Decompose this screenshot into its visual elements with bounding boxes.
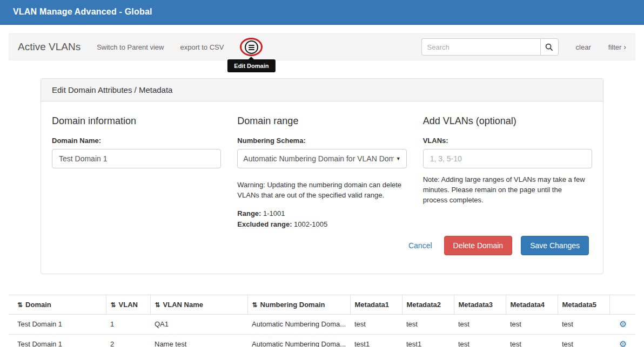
column-header-label: Domain — [25, 301, 51, 309]
numbering-schema-select[interactable]: Automatic Numbering Domain for VLAN Doma… — [237, 149, 406, 168]
cell-vlan: 1 — [106, 314, 150, 334]
export-to-csv-link[interactable]: export to CSV — [180, 43, 224, 51]
search-button[interactable] — [540, 38, 559, 56]
excluded-range-value: 1002-1005 — [294, 220, 327, 228]
numbering-schema-label: Numbering Schema: — [237, 137, 406, 145]
cell-metadata4: test — [506, 334, 558, 347]
cell-domain: Test Domain 1 — [9, 334, 106, 347]
column-header-label: Metadata1 — [355, 301, 390, 309]
row-settings-gear-icon[interactable]: ⚙ — [619, 340, 627, 347]
column-header-domain[interactable]: ⇅Domain — [9, 295, 106, 314]
cell-metadata4: test — [506, 314, 558, 334]
column-header-metadata5: Metadata5 — [558, 295, 609, 314]
vlans-note-text: Note: Adding large ranges of VLANs may t… — [423, 175, 585, 206]
filter-link-label: filter — [608, 43, 622, 51]
cell-metadata5: test — [558, 314, 609, 334]
search-input[interactable] — [421, 38, 540, 56]
cell-vlan: 2 — [106, 334, 150, 347]
vlan-table-wrap: ⇅Domain ⇅VLAN ⇅VLAN Name ⇅Numbering Doma… — [9, 295, 635, 347]
table-header-row: ⇅Domain ⇅VLAN ⇅VLAN Name ⇅Numbering Doma… — [9, 295, 635, 314]
column-header-label: VLAN — [119, 301, 138, 309]
column-header-metadata1: Metadata1 — [350, 295, 402, 314]
domain-information-heading: Domain information — [52, 115, 221, 127]
page-title: Active VLANs — [18, 41, 81, 53]
cell-domain: Test Domain 1 — [9, 314, 106, 334]
cell-numbering-domain: Automatic Numbering Doma... — [247, 314, 350, 334]
clear-link[interactable]: clear — [576, 43, 591, 51]
app-title: VLAN Manage Advanced - Global — [13, 7, 152, 17]
range-value: 1-1001 — [263, 209, 285, 217]
column-header-metadata4: Metadata4 — [506, 295, 558, 314]
column-header-metadata2: Metadata2 — [402, 295, 454, 314]
domain-range-section: Domain range Numbering Schema: Automatic… — [237, 115, 406, 228]
filter-link[interactable]: filter › — [608, 43, 626, 51]
hamburger-bar — [249, 45, 254, 46]
add-vlans-section: Add VLANs (optional) VLANs: Note: Adding… — [423, 115, 592, 228]
cell-metadata3: test — [454, 334, 506, 347]
toolbar-right-group: clear filter › — [421, 38, 626, 56]
add-vlans-heading: Add VLANs (optional) — [423, 115, 592, 127]
column-header-numbering-domain[interactable]: ⇅Numbering Domain — [247, 295, 350, 314]
save-changes-button[interactable]: Save Changes — [521, 236, 589, 255]
panel-actions: Cancel Delete Domain Save Changes — [52, 236, 592, 255]
domain-name-input[interactable] — [52, 149, 221, 168]
cell-metadata2: test — [402, 314, 454, 334]
range-line: Range: 1-1001 — [237, 209, 406, 217]
column-header-label: Metadata5 — [562, 301, 597, 309]
edit-domain-menu-wrap: Edit Domain — [243, 39, 259, 55]
column-header-vlan[interactable]: ⇅VLAN — [106, 295, 150, 314]
sort-icon: ⇅ — [17, 301, 23, 309]
cell-metadata1: test1 — [350, 334, 402, 347]
table-row: Test Domain 1 2 Name test Automatic Numb… — [9, 334, 635, 347]
row-settings-gear-icon[interactable]: ⚙ — [619, 320, 627, 329]
hamburger-bar — [249, 47, 254, 48]
hamburger-bar — [249, 49, 254, 50]
switch-to-parent-view-link[interactable]: Switch to Parent view — [97, 43, 164, 51]
domain-range-heading: Domain range — [237, 115, 406, 127]
sort-icon: ⇅ — [252, 301, 258, 309]
column-header-label: Metadata4 — [511, 301, 545, 309]
edit-domain-tooltip: Edit Domain — [227, 59, 275, 72]
column-header-label: Metadata2 — [407, 301, 441, 309]
vlans-label: VLANs: — [423, 137, 592, 145]
cell-numbering-domain: Automatic Numbering Doma... — [247, 334, 350, 347]
range-label: Range: — [237, 209, 261, 217]
column-header-vlan-name[interactable]: ⇅VLAN Name — [150, 295, 247, 314]
cell-vlan-name: QA1 — [150, 314, 247, 334]
excluded-range-label: Excluded range: — [237, 220, 292, 228]
cell-metadata2: test1 — [402, 334, 454, 347]
column-header-label: Numbering Domain — [260, 301, 325, 309]
search-group — [421, 38, 559, 56]
range-warning-text: Warning: Updating the numbering domain c… — [237, 180, 406, 201]
chevron-right-icon: › — [623, 43, 626, 51]
hamburger-menu-icon[interactable] — [245, 40, 258, 54]
panel-heading: Edit Domain Attributes / Metadata — [41, 79, 603, 101]
app-header: VLAN Manage Advanced - Global — [0, 0, 644, 25]
delete-domain-button[interactable]: Delete Domain — [444, 236, 513, 255]
edit-domain-panel: Edit Domain Attributes / Metadata Domain… — [41, 78, 603, 274]
cell-metadata3: test — [454, 314, 506, 334]
search-icon — [545, 43, 553, 51]
panel-body: Domain information Domain Name: Domain r… — [41, 101, 603, 274]
table-row: Test Domain 1 1 QA1 Automatic Numbering … — [9, 314, 635, 334]
cancel-button[interactable]: Cancel — [408, 241, 432, 250]
domain-name-label: Domain Name: — [52, 137, 221, 145]
sort-icon: ⇅ — [111, 301, 116, 309]
excluded-range-line: Excluded range: 1002-1005 — [237, 220, 406, 228]
vlan-table: ⇅Domain ⇅VLAN ⇅VLAN Name ⇅Numbering Doma… — [9, 295, 635, 347]
column-header-actions — [609, 295, 635, 314]
cell-vlan-name: Name test — [150, 334, 247, 347]
column-header-metadata3: Metadata3 — [454, 295, 506, 314]
sort-icon: ⇅ — [155, 301, 160, 309]
column-header-label: VLAN Name — [163, 301, 203, 309]
caret-down-icon: ▼ — [396, 156, 401, 161]
column-header-label: Metadata3 — [459, 301, 493, 309]
vlans-input[interactable] — [423, 149, 592, 168]
cell-metadata5: test — [558, 334, 609, 347]
domain-information-section: Domain information Domain Name: — [52, 115, 221, 228]
cell-metadata1: test — [350, 314, 402, 334]
numbering-schema-selected-value: Automatic Numbering Domain for VLAN Doma — [243, 154, 393, 163]
toolbar: Active VLANs Switch to Parent view expor… — [9, 33, 635, 60]
